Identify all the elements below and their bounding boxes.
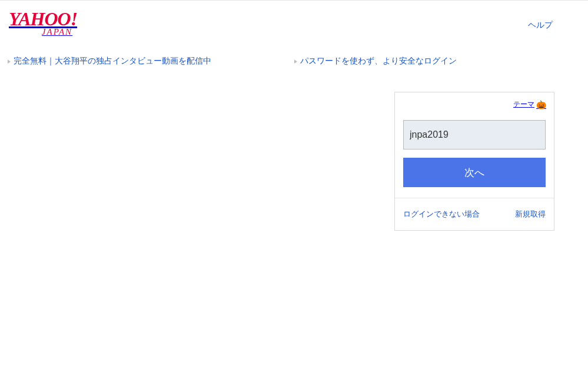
- id-input[interactable]: [403, 120, 546, 149]
- promo-row: 完全無料｜大谷翔平の独占インタビュー動画を配信中 パスワードを使わず、より安全な…: [0, 43, 588, 67]
- help-link[interactable]: ヘルプ: [528, 9, 570, 31]
- yahoo-japan-logo[interactable]: YAHOO! JAPAN: [9, 9, 77, 37]
- logo-main-text: YAHOO!: [9, 9, 77, 28]
- promo-link-safe-login[interactable]: パスワードを使わず、より安全なログイン: [294, 56, 457, 67]
- theme-icon: 🎃: [536, 100, 546, 109]
- theme-label-text: テーマ: [513, 99, 534, 109]
- cannot-login-link[interactable]: ログインできない場合: [403, 209, 480, 220]
- login-footer: ログインできない場合 新規取得: [395, 198, 554, 230]
- promo-link-ohtani[interactable]: 完全無料｜大谷翔平の独占インタビュー動画を配信中: [7, 56, 211, 67]
- next-button[interactable]: 次へ: [403, 158, 546, 187]
- login-panel: テーマ 🎃 次へ ログインできない場合 新規取得: [394, 92, 554, 231]
- theme-button[interactable]: テーマ 🎃: [513, 99, 546, 109]
- register-link[interactable]: 新規取得: [515, 209, 546, 220]
- header-bar: YAHOO! JAPAN ヘルプ: [0, 1, 588, 43]
- theme-row: テーマ 🎃: [395, 92, 554, 114]
- login-form-body: 次へ: [395, 114, 554, 198]
